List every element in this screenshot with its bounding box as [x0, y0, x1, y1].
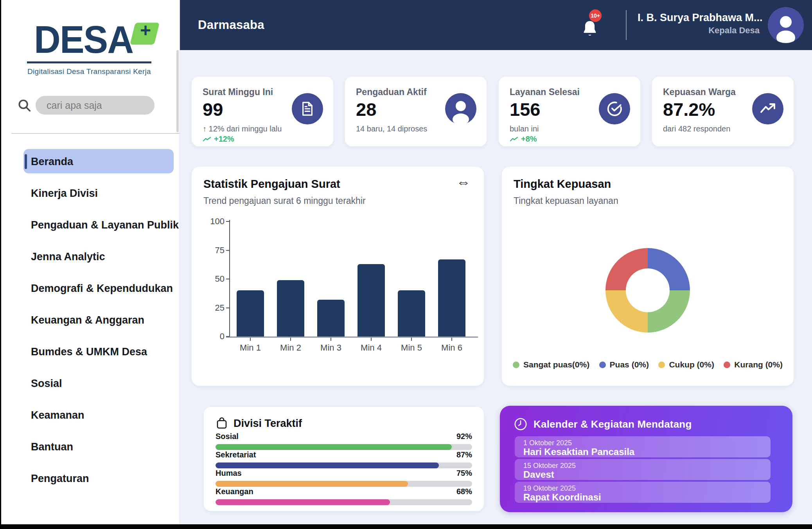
event-title: Hari Kesaktian Pancasila: [523, 446, 634, 457]
sidebar-item-jenna-analytic[interactable]: Jenna Analytic: [1, 241, 180, 272]
x-tick-label: Min 2: [270, 343, 311, 353]
stat-value: 99: [203, 99, 223, 120]
stat-value: 156: [510, 99, 540, 120]
bar-min-6: [438, 259, 465, 336]
legend-item-kurang-0: Kurang (0%): [724, 360, 783, 369]
sidebar-nav: BerandaKinerja DivisiPengaduan & Layanan…: [1, 146, 180, 494]
stat-label: Kepuasan Warga: [663, 87, 736, 97]
divisi-percent: 92%: [456, 432, 472, 441]
x-tick-mark: [371, 338, 372, 341]
sidebar-item-label: Jenna Analytic: [31, 250, 105, 263]
stat-label: Surat Minggu Ini: [203, 87, 273, 97]
sidebar: DESA + Digitalisasi Desa Transparansi Ke…: [1, 0, 180, 524]
user-role: Kepala Desa: [638, 25, 760, 36]
header-divider: [626, 10, 627, 40]
user-avatar[interactable]: [768, 7, 804, 43]
stat-card-pengaduan-aktif: Pengaduan Aktif 28 14 baru, 14 diproses: [345, 77, 487, 146]
user-info[interactable]: I. B. Surya Prabhawa M... Kepala Desa: [638, 12, 760, 36]
stat-value: 28: [356, 99, 376, 120]
divisi-label: Keuangan: [216, 487, 253, 496]
stat-trend-value: +8%: [521, 135, 537, 144]
progress-track: [216, 481, 472, 487]
document-icon: [292, 93, 323, 124]
sidebar-item-bumdes-umkm-desa[interactable]: Bumdes & UMKM Desa: [1, 336, 180, 367]
y-tick-label: 50: [196, 274, 225, 284]
clock-icon: [514, 417, 527, 431]
calendar-event-davest: 15 Oktober 2025 Davest: [515, 459, 771, 480]
user-name: I. B. Surya Prabhawa M...: [638, 12, 760, 24]
sidebar-item-bantuan[interactable]: Bantuan: [1, 431, 180, 462]
sidebar-item-beranda[interactable]: Beranda: [1, 146, 180, 177]
sidebar-item-sosial[interactable]: Sosial: [1, 367, 180, 399]
divisi-label: Humas: [216, 469, 242, 478]
sidebar-item-label: Bantuan: [31, 441, 73, 453]
chart-title: Statistik Pengajuan Surat: [203, 178, 340, 191]
stat-label: Layanan Selesai: [510, 87, 580, 97]
expand-chart-icon[interactable]: ⇔: [456, 174, 471, 190]
notifications-button[interactable]: 10+: [580, 14, 607, 41]
y-tick-label: 75: [196, 245, 225, 256]
satisfaction-panel: Tingkat Kepuasan Tingkat kepuasan layana…: [502, 167, 794, 386]
x-axis-line: [226, 336, 478, 338]
stat-card-layanan-selesai: Layanan Selesai 156 bulan ini+8%: [499, 77, 640, 146]
divisi-title: Divisi Teraktif: [234, 417, 302, 430]
x-tick-mark: [451, 338, 452, 341]
bar-min-3: [317, 300, 345, 336]
divisi-percent: 68%: [456, 487, 472, 496]
x-tick-mark: [411, 338, 412, 341]
sidebar-item-label: Sosial: [31, 377, 62, 389]
x-tick-label: Min 5: [391, 343, 432, 353]
search-icon[interactable]: [17, 98, 32, 113]
divisi-label: Sosial: [216, 432, 239, 441]
dashboard-screen: DESA + Digitalisasi Desa Transparansi Ke…: [0, 0, 812, 529]
x-tick-label: Min 4: [351, 343, 392, 353]
sidebar-item-pengaduan-layanan-publik[interactable]: Pengaduan & Layanan Publik: [1, 209, 180, 241]
stat-subtext: ↑ 12% dari minggu lalu: [203, 124, 282, 133]
y-tick-mark: [226, 250, 230, 251]
bag-icon: [216, 417, 228, 430]
search-input[interactable]: cari apa saja: [36, 96, 154, 115]
bar-min-1: [237, 290, 264, 336]
sidebar-item-kinerja-divisi[interactable]: Kinerja Divisi: [1, 177, 180, 209]
sidebar-scrollbar[interactable]: [176, 50, 179, 132]
event-date: 19 Oktober 2025: [523, 484, 576, 493]
stat-subtext: 14 baru, 14 diproses: [356, 124, 427, 133]
progress-track: [216, 462, 472, 468]
sidebar-item-keamanan[interactable]: Keamanan: [1, 399, 180, 431]
divisi-panel: Divisi Teraktif Sosial 92% Sekretariat 8…: [204, 407, 484, 511]
legend-label: Sangat puas(0%): [523, 360, 589, 369]
stat-trend: +8%: [510, 135, 537, 144]
sidebar-item-demografi-kependudukan[interactable]: Demografi & Kependudukan: [1, 272, 180, 304]
stat-card-surat-minggu-ini: Surat Minggu Ini 99 ↑ 12% dari minggu la…: [192, 77, 333, 146]
event-title: Rapat Koordinasi: [523, 492, 601, 503]
legend-item-sangat-puas-0: Sangat puas(0%): [513, 360, 589, 369]
logo-tagline: Digitalisasi Desa Transparansi Kerja: [21, 67, 158, 76]
donut-title: Tingkat Kepuasan: [514, 178, 611, 191]
sidebar-item-label: Demografi & Kependudukan: [31, 282, 173, 294]
x-tick-label: Min 3: [311, 343, 351, 353]
y-tick-mark: [226, 336, 230, 337]
x-tick-mark: [331, 338, 331, 341]
bar-min-5: [398, 290, 425, 336]
logo-plus-icon: +: [130, 23, 160, 45]
sidebar-item-label: Kinerja Divisi: [31, 187, 98, 199]
page-title: Darmasaba: [198, 18, 264, 32]
stat-label: Pengaduan Aktif: [356, 87, 427, 97]
divisi-row-keuangan: Keuangan 68%: [216, 487, 472, 506]
donut-subtitle: Tingkat kepuasan layanan: [514, 196, 618, 206]
logo-underline: [27, 61, 151, 63]
bell-icon: [581, 20, 598, 38]
sidebar-item-keuangan-anggaran[interactable]: Keuangan & Anggaran: [1, 304, 180, 336]
top-header: Darmasaba 10+ I. B. Surya Prabhawa M... …: [180, 0, 812, 50]
calendar-event-rapat-koordinasi: 19 Oktober 2025 Rapat Koordinasi: [515, 482, 771, 503]
stat-trend-value: +12%: [214, 135, 234, 144]
progress-fill: [216, 444, 452, 450]
sidebar-item-pengaturan[interactable]: Pengaturan: [1, 462, 180, 494]
progress-track: [216, 499, 472, 505]
person-icon: [768, 7, 804, 43]
sidebar-divider: [11, 133, 180, 134]
legend-label: Puas (0%): [610, 360, 649, 369]
user-icon: [445, 93, 476, 124]
legend-item-puas-0: Puas (0%): [599, 360, 649, 369]
legend-dot: [724, 362, 730, 368]
